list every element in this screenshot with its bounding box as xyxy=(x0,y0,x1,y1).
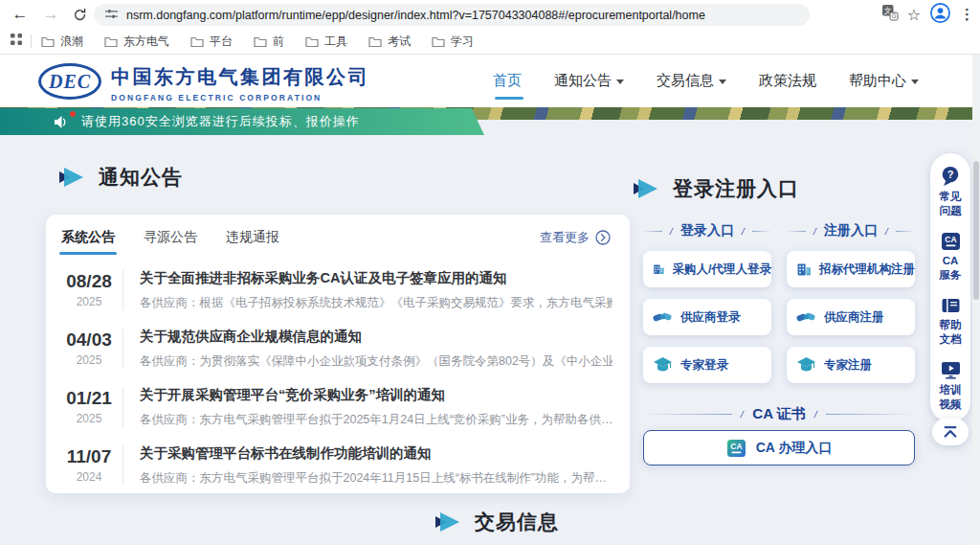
sidebar-item-help-docs[interactable]: 帮助文档 xyxy=(938,296,963,347)
url-text[interactable]: nsrm.dongfang.com/platform/runtime/epp/d… xyxy=(126,9,705,22)
buyer-agent-login-button[interactable]: 采购人/代理人登录 xyxy=(643,251,771,287)
sidebar-item-label: 常见问题 xyxy=(938,190,963,218)
sidebar-item-faq[interactable]: ? 常见问题 xyxy=(938,166,963,218)
sidebar-item-label: CA服务 xyxy=(938,254,963,283)
news-row[interactable]: 04/03 2025 关于规范供应商企业规模信息的通知 各供应商：为贯彻落实《保… xyxy=(56,319,612,377)
ca-badge-icon: CA xyxy=(726,439,746,458)
news-desc: 各供应商：东方电气采购管理平台拟于2025年1月24日上线“竞价采购”业务，为帮… xyxy=(140,412,612,428)
handshake-icon xyxy=(653,307,673,327)
profile-avatar-icon[interactable] xyxy=(929,2,951,28)
login-section-title: 登录注册入口 xyxy=(634,175,799,202)
bookmark-folder[interactable]: 学习 xyxy=(432,34,474,50)
nav-item-help-center[interactable]: 帮助中心 xyxy=(849,55,919,107)
notification-dot xyxy=(70,111,76,117)
book-icon xyxy=(941,296,961,315)
translate-icon[interactable]: 文G xyxy=(881,4,899,25)
url-bar[interactable]: nsrm.dongfang.com/platform/runtime/epp/d… xyxy=(94,4,810,26)
video-monitor-icon xyxy=(941,360,961,380)
company-name-block: 中国东方电气集团有限公司 DONGFANG ELECTRIC CORPORATI… xyxy=(111,64,369,102)
notice-section-title: 通知公告 xyxy=(59,164,183,191)
bookmarks-separator xyxy=(31,34,32,48)
button-label: 供应商登录 xyxy=(680,309,741,326)
sidebar-item-training-videos[interactable]: 培训视频 xyxy=(938,360,963,412)
news-title[interactable]: 关于规范供应商企业规模信息的通知 xyxy=(140,328,612,346)
chevron-down-icon xyxy=(911,79,919,84)
circle-arrow-icon xyxy=(595,230,611,245)
bookmark-label: 学习 xyxy=(451,34,474,50)
button-label: 采购人/代理人登录 xyxy=(673,261,771,278)
company-name-cn: 中国东方电气集团有限公司 xyxy=(111,64,369,90)
ca-apply-button[interactable]: CA CA 办理入口 xyxy=(643,430,915,466)
nav-item-notices[interactable]: 通知公告 xyxy=(554,55,624,107)
news-row[interactable]: 11/07 2024 关于采购管理平台标书在线制作功能培训的通知 各供应商：东方… xyxy=(56,436,612,494)
ca-badge-icon: CA xyxy=(941,232,961,251)
scrollbar-track[interactable] xyxy=(972,55,980,545)
bookmark-folder[interactable]: 浪潮 xyxy=(41,34,83,50)
notice-card: 系统公告 寻源公告 违规通报 查看更多 08/28 2025 关于全面推进非招标… xyxy=(46,215,630,493)
apps-grid-icon[interactable] xyxy=(10,33,23,50)
tab-violation-reports[interactable]: 违规通报 xyxy=(226,229,279,255)
news-date-day: 01/21 xyxy=(56,388,122,409)
supplier-register-button[interactable]: 供应商注册 xyxy=(787,299,915,335)
company-name-en: DONGFANG ELECTRIC CORPORATION xyxy=(111,93,369,102)
nav-label: 政策法规 xyxy=(759,72,816,90)
news-title[interactable]: 关于采购管理平台标书在线制作功能培训的通知 xyxy=(140,444,612,463)
login-entry-header: 登录入口 xyxy=(643,222,771,239)
sidebar-item-ca-service[interactable]: CA CA服务 xyxy=(938,232,963,283)
bookmark-label: 前 xyxy=(273,34,284,50)
expert-register-button[interactable]: 专家注册 xyxy=(787,347,915,383)
bookmark-label: 平台 xyxy=(210,34,233,50)
chrome-menu-icon[interactable]: ⋮ xyxy=(960,6,974,23)
section-heading: 登录注册入口 xyxy=(673,175,799,202)
app-root: ← → nsrm.dongfang.com/platform/runtime/e… xyxy=(0,0,980,545)
bookmark-folder[interactable]: 考试 xyxy=(368,34,411,50)
register-entry-header: 注册入口 xyxy=(787,222,915,239)
folder-icon xyxy=(254,35,267,47)
back-icon[interactable]: ← xyxy=(8,2,33,27)
view-more-label: 查看更多 xyxy=(540,229,590,246)
bookmark-label: 考试 xyxy=(388,34,411,50)
section-heading: 通知公告 xyxy=(99,164,183,191)
browser-notice-banner: 请使用360安全浏览器进行后续投标、报价操作 xyxy=(0,108,484,135)
refresh-icon[interactable] xyxy=(67,2,92,27)
news-title[interactable]: 关于开展采购管理平台“竞价采购业务”培训的通知 xyxy=(140,386,612,404)
floating-sidebar: ? 常见问题 CA CA服务 帮助文档 培训视频 xyxy=(930,153,970,422)
section-arrow-icon xyxy=(634,179,658,198)
news-date-year: 2025 xyxy=(56,295,122,308)
entry-buttons: 采购人/代理人登录 招标代理机构注册 供应商登录 供应商注册 专家登录 专家注册 xyxy=(643,251,915,383)
scrollbar-thumb[interactable] xyxy=(973,161,979,300)
bookmark-folder[interactable]: 工具 xyxy=(305,34,347,50)
collapse-sidebar-button[interactable] xyxy=(932,419,969,445)
view-more-link[interactable]: 查看更多 xyxy=(540,229,611,246)
button-label: 专家注册 xyxy=(824,357,872,374)
forward-icon[interactable]: → xyxy=(38,2,63,27)
section-arrow-icon xyxy=(59,168,84,187)
site-settings-icon[interactable] xyxy=(105,7,118,24)
news-row[interactable]: 08/28 2025 关于全面推进非招标采购业务CA认证及电子签章应用的通知 各… xyxy=(56,261,612,319)
tab-system-notices[interactable]: 系统公告 xyxy=(61,229,115,255)
chevron-down-icon xyxy=(616,79,624,84)
nav-item-trade-info[interactable]: 交易信息 xyxy=(657,55,726,107)
tab-sourcing-notices[interactable]: 寻源公告 xyxy=(144,229,197,255)
bidding-agency-register-button[interactable]: 招标代理机构注册 xyxy=(787,251,915,287)
bookmark-folder[interactable]: 东方电气 xyxy=(104,34,169,50)
supplier-login-button[interactable]: 供应商登录 xyxy=(643,299,771,335)
nav-item-home[interactable]: 首页 xyxy=(493,55,522,107)
nav-item-policies[interactable]: 政策法规 xyxy=(759,55,816,107)
browser-toolbar: ← → nsrm.dongfang.com/platform/runtime/e… xyxy=(0,0,980,29)
button-label: 招标代理机构注册 xyxy=(819,261,915,278)
news-row[interactable]: 01/21 2025 关于开展采购管理平台“竞价采购业务”培训的通知 各供应商：… xyxy=(56,377,612,436)
site-header: DEC 中国东方电气集团有限公司 DONGFANG ELECTRIC CORPO… xyxy=(0,55,980,107)
news-title[interactable]: 关于全面推进非招标采购业务CA认证及电子签章应用的通知 xyxy=(140,269,612,287)
bookmark-folder[interactable]: 平台 xyxy=(190,34,233,50)
expert-login-button[interactable]: 专家登录 xyxy=(643,347,771,383)
graduation-cap-icon xyxy=(653,356,673,375)
handshake-icon xyxy=(796,307,816,327)
svg-text:G: G xyxy=(891,12,896,19)
bookmark-star-icon[interactable]: ☆ xyxy=(907,6,921,24)
news-list: 08/28 2025 关于全面推进非招标采购业务CA认证及电子签章应用的通知 各… xyxy=(46,255,630,494)
graduation-cap-icon xyxy=(796,356,816,375)
bookmark-folder[interactable]: 前 xyxy=(254,34,284,50)
bookmarks-bar: 浪潮 东方电气 平台 前 工具 考试 学习 xyxy=(0,29,980,55)
login-header-label: 登录入口 xyxy=(680,222,734,239)
